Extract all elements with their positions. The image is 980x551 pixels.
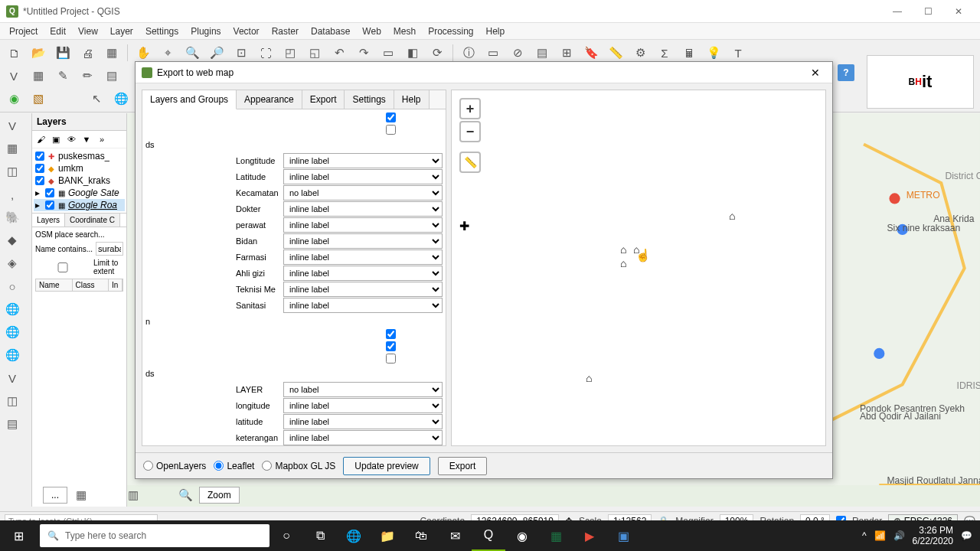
pan-selection-icon[interactable]: ⌖ xyxy=(157,42,178,64)
tab-coordinate[interactable]: Coordinate C xyxy=(65,214,120,227)
qgis-taskbar-icon[interactable]: Q xyxy=(472,520,505,551)
menu-web[interactable]: Web xyxy=(356,24,387,38)
field-popup-select[interactable]: inline label xyxy=(283,282,443,297)
new-shapefile-icon[interactable]: ✎ xyxy=(52,65,74,86)
field-popup-select[interactable]: inline label xyxy=(283,414,443,429)
window-close[interactable]: ✕ xyxy=(943,0,974,23)
zoom-tool-icon[interactable]: 🔍 xyxy=(175,484,196,506)
update-preview-button[interactable]: Update preview xyxy=(343,457,430,475)
window-minimize[interactable]: — xyxy=(882,0,913,23)
osm-search-icon[interactable]: 🌐 xyxy=(110,88,132,109)
notifications-icon[interactable]: 💬 xyxy=(961,530,972,541)
field-popup-select[interactable]: inline label xyxy=(283,298,443,313)
layers-groups-scroll[interactable]: ds Longtitudeinline labelLatitudeinline … xyxy=(142,109,446,445)
new-map-view-icon[interactable]: ▭ xyxy=(377,42,399,64)
cortana-icon[interactable]: ○ xyxy=(270,520,303,551)
measure-icon[interactable]: 📏 xyxy=(605,42,626,64)
more-button[interactable]: ... xyxy=(43,487,67,504)
vector-tool-icon[interactable]: V xyxy=(2,115,23,136)
limit-extent-checkbox[interactable] xyxy=(35,262,90,272)
name-contains-input[interactable] xyxy=(96,242,123,256)
store-icon[interactable]: 🛍 xyxy=(404,520,438,551)
menu-settings[interactable]: Settings xyxy=(139,24,185,38)
taskbar-search[interactable]: 🔍 Type here to search xyxy=(40,524,270,547)
field-calc-icon[interactable]: ⊞ xyxy=(556,42,577,64)
manage-visibility-icon[interactable]: 👁 xyxy=(64,132,78,146)
start-button-icon[interactable]: ⊞ xyxy=(0,520,37,551)
layer-popup-checkbox[interactable] xyxy=(386,125,396,135)
field-popup-select[interactable]: inline label xyxy=(283,201,443,217)
tab-help[interactable]: Help xyxy=(394,90,430,109)
add-raster-icon[interactable]: ▦ xyxy=(28,65,49,86)
edge-icon[interactable]: 🌐 xyxy=(337,520,371,551)
tray-volume-icon[interactable]: 🔊 xyxy=(893,530,905,541)
wfs-icon[interactable]: 🌐 xyxy=(2,344,23,366)
add-group-icon[interactable]: ▣ xyxy=(49,132,63,146)
text-annotation-icon[interactable]: T xyxy=(727,42,749,64)
taskbar-clock[interactable]: 3:26 PM 6/22/2020 xyxy=(913,525,953,547)
zoom-out-icon[interactable]: 🔎 xyxy=(206,42,227,64)
save-project-icon[interactable]: 💾 xyxy=(52,42,74,64)
refresh-icon[interactable]: ⟳ xyxy=(426,42,448,64)
tray-chevron-icon[interactable]: ^ xyxy=(862,530,867,541)
export-button[interactable]: Export xyxy=(438,457,488,475)
tips-icon[interactable]: 💡 xyxy=(703,42,724,64)
field-popup-select[interactable]: no label xyxy=(283,185,443,201)
preview-zoom-in-icon[interactable]: + xyxy=(459,98,481,119)
field-popup-select[interactable]: inline label xyxy=(283,249,443,265)
field-popup-select[interactable]: inline label xyxy=(283,430,443,445)
field-popup-select[interactable]: inline label xyxy=(283,217,443,233)
help-button-icon[interactable]: ? xyxy=(838,64,854,81)
system-tray[interactable]: ^ 📶 🔊 3:26 PM 6/22/2020 💬 xyxy=(854,525,980,547)
field-popup-select[interactable]: inline label xyxy=(283,153,443,168)
select-icon[interactable]: ▭ xyxy=(482,42,504,64)
menu-vector[interactable]: Vector xyxy=(227,24,266,38)
plugin-icon[interactable]: ▧ xyxy=(28,88,49,109)
zoom-full-icon[interactable]: ⛶ xyxy=(255,42,276,64)
menu-help[interactable]: Help xyxy=(480,24,511,38)
statistics-icon[interactable]: Σ xyxy=(654,42,675,64)
tray-network-icon[interactable]: 📶 xyxy=(874,530,886,541)
calculator-icon[interactable]: 🖩 xyxy=(678,42,700,64)
tab-settings[interactable]: Settings xyxy=(345,90,394,109)
tab-layers[interactable]: Layers xyxy=(32,214,65,227)
field-popup-select[interactable]: no label xyxy=(283,382,443,397)
field-popup-select[interactable]: inline label xyxy=(283,398,443,413)
chrome-icon[interactable]: ◉ xyxy=(505,520,539,551)
bookmark-icon[interactable]: 🔖 xyxy=(580,42,602,64)
tab-export[interactable]: Export xyxy=(302,90,345,109)
layer-tree[interactable]: ✚puskesmas_ ◆umkm ◆BANK_kraks ▸▦Google S… xyxy=(32,148,126,213)
virtual-layer-icon[interactable]: V xyxy=(2,367,23,389)
menu-raster[interactable]: Raster xyxy=(266,24,305,38)
mssql-icon[interactable]: ◈ xyxy=(2,253,23,274)
menu-processing[interactable]: Processing xyxy=(422,24,479,38)
radio-leaflet[interactable]: Leaflet xyxy=(214,461,254,471)
layer-visible-checkbox-2[interactable] xyxy=(386,329,396,339)
zoom-button[interactable]: Zoom xyxy=(199,487,240,504)
delimited-text-icon[interactable]: , xyxy=(2,184,23,205)
open-project-icon[interactable]: 📂 xyxy=(28,42,49,64)
zoom-native-icon[interactable]: ⊡ xyxy=(230,42,252,64)
dialog-close-icon[interactable]: ✕ xyxy=(805,67,826,79)
postgis-icon[interactable]: 🐘 xyxy=(2,207,23,228)
excel-icon[interactable]: ▦ xyxy=(539,520,573,551)
add-vector-icon[interactable]: V xyxy=(3,65,24,86)
zoom-selection-icon[interactable]: ◰ xyxy=(279,42,301,64)
pan-icon[interactable]: ✋ xyxy=(132,42,154,64)
app-icon[interactable]: ▣ xyxy=(606,520,640,551)
field-popup-select[interactable]: inline label xyxy=(283,233,443,249)
spatialite-icon[interactable]: ◆ xyxy=(2,230,23,251)
mail-icon[interactable]: ✉ xyxy=(438,520,472,551)
zoom-last-icon[interactable]: ↶ xyxy=(328,42,350,64)
menu-project[interactable]: Project xyxy=(3,24,44,38)
new-3d-view-icon[interactable]: ◧ xyxy=(402,42,423,64)
wms-icon[interactable]: 🌐 xyxy=(2,298,23,320)
layer-cluster-checkbox-2[interactable] xyxy=(386,354,396,364)
zoom-layer-icon[interactable]: ◱ xyxy=(304,42,325,64)
field-popup-select[interactable]: inline label xyxy=(283,169,443,184)
field-popup-select[interactable]: inline label xyxy=(283,266,443,281)
save-edits-icon[interactable]: ▤ xyxy=(101,65,122,86)
mesh-tool-icon[interactable]: ◫ xyxy=(2,161,23,182)
preview-measure-icon[interactable]: 📏 xyxy=(459,152,481,173)
radio-mapboxgl[interactable]: Mapbox GL JS xyxy=(262,461,335,471)
